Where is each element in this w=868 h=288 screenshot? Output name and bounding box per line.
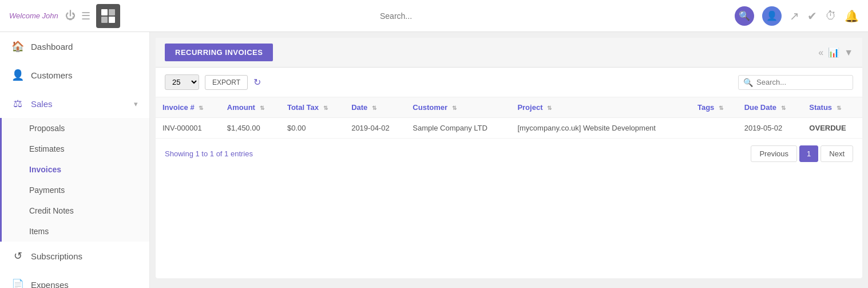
- table-footer: Showing 1 to 1 of 1 entries Previous 1 N…: [156, 139, 862, 169]
- sort-icon-invoice[interactable]: ⇅: [199, 105, 203, 111]
- refresh-button[interactable]: ↻: [253, 77, 261, 88]
- invoices-table: Invoice # ⇅ Amount ⇅ Total Tax ⇅ Date: [156, 97, 862, 139]
- sidebar: 🏠 Dashboard 👤 Customers ⚖ Sales ▾ Propos…: [0, 32, 150, 288]
- page-header-actions: « 📊 ▼: [818, 47, 853, 58]
- sort-icon-customer[interactable]: ⇅: [452, 105, 457, 111]
- cell-due-date: 2019-05-02: [738, 118, 803, 139]
- per-page-select: 25 50 100: [165, 74, 199, 90]
- col-amount[interactable]: Amount ⇅: [220, 97, 280, 118]
- chart-icon[interactable]: 📊: [828, 47, 839, 58]
- export-button[interactable]: EXPORT: [205, 75, 248, 90]
- svg-rect-2: [101, 17, 108, 23]
- table-row: INV-000001 $1,450.00 $0.00 2019-04-02 Sa…: [156, 118, 862, 139]
- search-icon-button[interactable]: 🔍: [735, 6, 754, 26]
- recurring-invoices-button[interactable]: RECURRING INVOICES: [165, 44, 273, 61]
- sort-icon-project[interactable]: ⇅: [547, 105, 552, 111]
- sidebar-item-label: Customers: [31, 70, 73, 80]
- bell-icon[interactable]: 🔔: [845, 9, 859, 23]
- cell-customer[interactable]: Sample Company LTD: [406, 118, 510, 139]
- next-button[interactable]: Next: [821, 145, 853, 162]
- sidebar-item-proposals[interactable]: Proposals: [2, 118, 149, 139]
- content-area: RECURRING INVOICES « 📊 ▼ 25 50 100 EXPOR…: [150, 32, 868, 288]
- svg-rect-1: [109, 9, 115, 15]
- cell-total-tax: $0.00: [280, 118, 344, 139]
- sort-icon-tax[interactable]: ⇅: [323, 105, 328, 111]
- logo: [96, 4, 120, 28]
- sidebar-item-label: Subscriptions: [31, 251, 82, 261]
- chevron-down-icon: ▾: [134, 100, 138, 108]
- cell-project[interactable]: [mycompany.co.uk] Website Development: [510, 118, 691, 139]
- col-date[interactable]: Date ⇅: [344, 97, 406, 118]
- sales-icon: ⚖: [11, 97, 24, 110]
- col-due-date[interactable]: Due Date ⇅: [738, 97, 803, 118]
- sidebar-item-credit-notes[interactable]: Credit Notes: [2, 200, 149, 221]
- sidebar-sub-label: Credit Notes: [29, 206, 74, 215]
- checkmark-icon[interactable]: ✔: [807, 9, 817, 23]
- logo-box: [96, 4, 120, 28]
- collapse-icon[interactable]: «: [818, 48, 823, 58]
- sort-icon-due-date[interactable]: ⇅: [781, 105, 786, 111]
- col-invoice-num[interactable]: Invoice # ⇅: [156, 97, 220, 118]
- sidebar-item-expenses[interactable]: 📄 Expenses: [0, 270, 149, 288]
- sidebar-sub-label: Proposals: [29, 124, 65, 133]
- sidebar-item-subscriptions[interactable]: ↺ Subscriptions: [0, 242, 149, 270]
- sidebar-sub-sales: Proposals Estimates Invoices Payments Cr…: [0, 118, 149, 242]
- cell-tags: [691, 118, 738, 139]
- cell-amount: $1,450.00: [220, 118, 280, 139]
- home-icon: 🏠: [11, 40, 24, 53]
- sort-icon-status[interactable]: ⇅: [837, 105, 841, 111]
- col-customer[interactable]: Customer ⇅: [406, 97, 510, 118]
- cell-date: 2019-04-02: [344, 118, 406, 139]
- sidebar-item-invoices[interactable]: Invoices: [2, 159, 149, 180]
- sidebar-item-label: Sales: [31, 99, 53, 109]
- showing-text: Showing 1 to 1 of 1 entries: [165, 149, 253, 158]
- power-icon[interactable]: ⏻: [65, 10, 76, 22]
- sidebar-item-payments[interactable]: Payments: [2, 180, 149, 200]
- topnav-actions: 🔍 👤 ↗ ✔ ⏱ 🔔: [735, 6, 859, 26]
- menu-icon[interactable]: ☰: [81, 10, 90, 22]
- customers-icon: 👤: [11, 69, 24, 81]
- filter-icon[interactable]: ▼: [844, 48, 853, 58]
- sidebar-sub-label: Invoices: [29, 165, 61, 174]
- cell-invoice-num[interactable]: INV-000001: [156, 118, 220, 139]
- sidebar-item-label: Expenses: [31, 280, 69, 289]
- sidebar-sub-label: Items: [29, 227, 49, 236]
- per-page-dropdown[interactable]: 25 50 100: [165, 74, 199, 90]
- share-icon[interactable]: ↗: [790, 9, 799, 23]
- table-search: 🔍: [738, 75, 853, 90]
- logo-icon: [100, 8, 116, 24]
- sort-icon-amount[interactable]: ⇅: [260, 105, 264, 111]
- table-search-input[interactable]: [756, 78, 848, 86]
- cell-status: OVERDUE: [802, 118, 862, 139]
- avatar[interactable]: 👤: [762, 6, 782, 26]
- col-status[interactable]: Status ⇅: [802, 97, 862, 118]
- sort-icon-tags[interactable]: ⇅: [719, 105, 723, 111]
- subscriptions-icon: ↺: [11, 250, 24, 262]
- sidebar-item-dashboard[interactable]: 🏠 Dashboard: [0, 32, 149, 61]
- topnav: Welcome John ⏻ ☰ 🔍 👤 ↗ ✔ ⏱ 🔔: [0, 0, 868, 32]
- global-search-input[interactable]: [380, 11, 723, 21]
- welcome-text: Welcome John: [9, 11, 58, 20]
- sidebar-item-items[interactable]: Items: [2, 221, 149, 242]
- sidebar-item-estimates[interactable]: Estimates: [2, 139, 149, 159]
- col-project[interactable]: Project ⇅: [510, 97, 691, 118]
- sidebar-sub-label: Estimates: [29, 144, 64, 153]
- content-inner: RECURRING INVOICES « 📊 ▼ 25 50 100 EXPOR…: [156, 38, 862, 278]
- pagination: Previous 1 Next: [751, 145, 853, 162]
- clock-icon[interactable]: ⏱: [825, 9, 837, 22]
- sidebar-sub-label: Payments: [29, 186, 65, 195]
- page-number-1[interactable]: 1: [799, 145, 818, 162]
- table-toolbar: 25 50 100 EXPORT ↻ 🔍: [156, 68, 862, 97]
- previous-button[interactable]: Previous: [751, 145, 797, 162]
- expenses-icon: 📄: [11, 278, 24, 288]
- col-tags[interactable]: Tags ⇅: [691, 97, 738, 118]
- page-header: RECURRING INVOICES « 📊 ▼: [156, 38, 862, 68]
- sidebar-item-sales[interactable]: ⚖ Sales ▾: [0, 89, 149, 118]
- search-icon: 🔍: [743, 78, 753, 87]
- main-layout: 🏠 Dashboard 👤 Customers ⚖ Sales ▾ Propos…: [0, 32, 868, 288]
- svg-rect-3: [109, 17, 115, 23]
- col-total-tax[interactable]: Total Tax ⇅: [280, 97, 344, 118]
- sidebar-item-customers[interactable]: 👤 Customers: [0, 61, 149, 89]
- svg-rect-0: [101, 9, 108, 15]
- sort-icon-date[interactable]: ⇅: [372, 105, 376, 111]
